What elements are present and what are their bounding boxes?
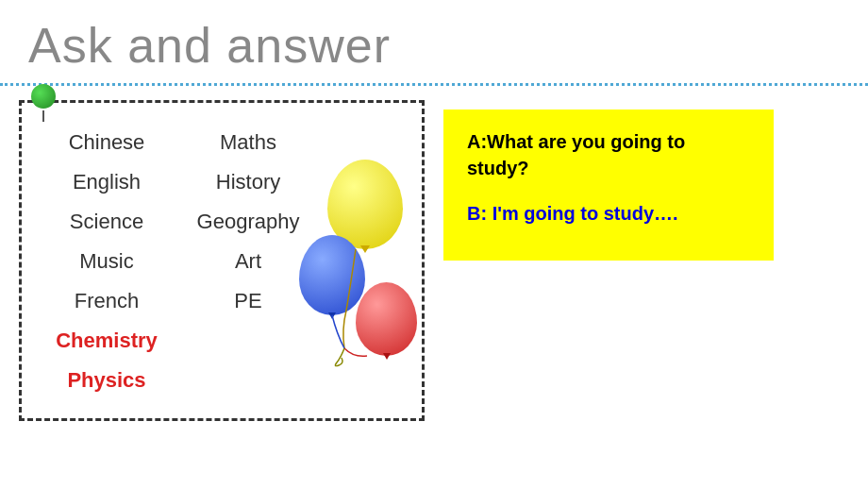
title-area: Ask and answer [0, 0, 868, 86]
balloon-red [356, 282, 417, 356]
qa-answer: B: I'm going to study…. [467, 200, 750, 227]
balloon-string-green [42, 110, 44, 122]
subject-french: French [41, 285, 173, 317]
qa-box: A:What are you going to study? B: I'm go… [443, 110, 774, 261]
subjects-box: Chinese Maths English History Science Ge… [19, 100, 425, 421]
subject-chinese: Chinese [41, 126, 173, 159]
balloon-circle-green [31, 84, 56, 109]
subject-maths: Maths [173, 126, 324, 159]
subject-english: English [41, 166, 173, 198]
balloon-blue [299, 235, 365, 315]
page-title: Ask and answer [28, 17, 840, 74]
green-balloon-pin [31, 84, 58, 110]
subject-physics: Physics [41, 364, 173, 396]
main-content: Chinese Maths English History Science Ge… [0, 86, 868, 435]
subject-chemistry: Chemistry [41, 325, 173, 357]
subject-science: Science [41, 206, 173, 238]
balloon-cluster [290, 160, 431, 367]
qa-question: A:What are you going to study? [467, 128, 750, 181]
subject-music: Music [41, 245, 173, 278]
